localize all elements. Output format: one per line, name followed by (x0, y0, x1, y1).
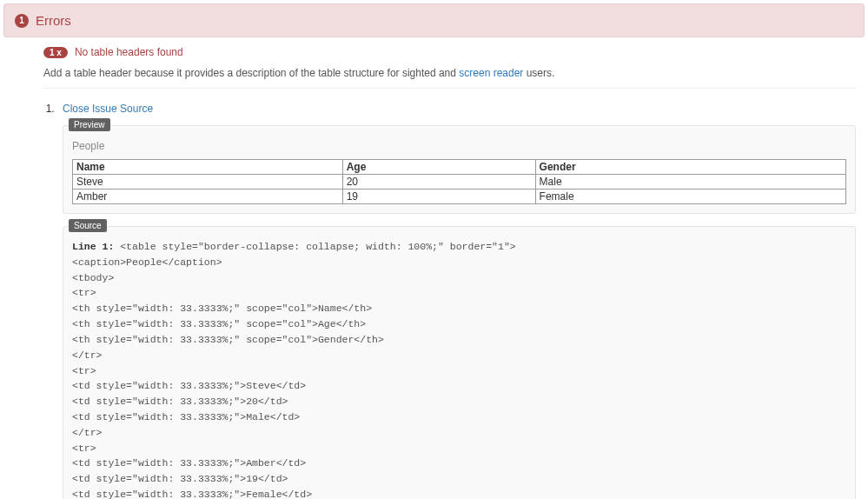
preview-panel: Preview People Name Age Gender Steve 20 … (63, 125, 856, 214)
table-cell: Amber (73, 190, 343, 204)
preview-label: Preview (69, 118, 110, 131)
source-code: Line 1: <table style="border-collapse: c… (72, 236, 846, 499)
error-count-badge: 1 (15, 14, 29, 28)
errors-title: Errors (36, 13, 71, 28)
issue-description-text-post: users. (523, 67, 554, 79)
table-cell: Steve (73, 175, 343, 190)
table-row: Amber 19 Female (73, 190, 846, 204)
source-label: Source (69, 219, 107, 232)
errors-header: 1 Errors (3, 3, 865, 37)
preview-table: Name Age Gender Steve 20 Male Amber 19 (72, 159, 846, 204)
table-cell: 20 (342, 175, 535, 190)
issue-list-item: Close Issue Source Preview People Name A… (57, 97, 856, 499)
table-header-cell: Age (342, 160, 535, 175)
table-cell: Female (535, 190, 845, 204)
source-panel: Source Line 1: <table style="border-coll… (63, 226, 856, 499)
table-cell: 19 (342, 190, 535, 204)
content: 1 x No table headers found Add a table h… (0, 46, 868, 499)
issue-heading: 1 x No table headers found (43, 46, 856, 58)
table-header-cell: Gender (535, 160, 845, 175)
table-cell: Male (535, 175, 845, 190)
table-row: Steve 20 Male (73, 175, 846, 190)
screen-reader-link[interactable]: screen reader (459, 67, 523, 79)
table-header-cell: Name (73, 160, 343, 175)
close-issue-source-link[interactable]: Close Issue Source (63, 103, 153, 115)
preview-caption: People (72, 140, 846, 152)
issue-description: Add a table header because it provides a… (43, 67, 856, 89)
issue-list: Close Issue Source Preview People Name A… (57, 97, 856, 499)
issue-title: No table headers found (75, 46, 183, 58)
table-header-row: Name Age Gender (73, 160, 846, 175)
issue-count-pill: 1 x (43, 47, 68, 58)
issue-block: 1 x No table headers found Add a table h… (12, 46, 856, 499)
issue-description-text-pre: Add a table header because it provides a… (43, 67, 459, 79)
